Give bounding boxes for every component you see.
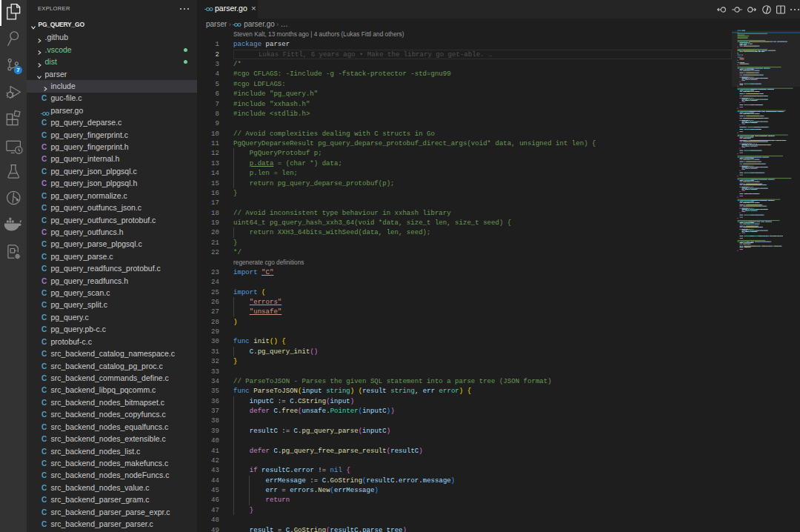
svg-text:7: 7 [16, 67, 20, 73]
